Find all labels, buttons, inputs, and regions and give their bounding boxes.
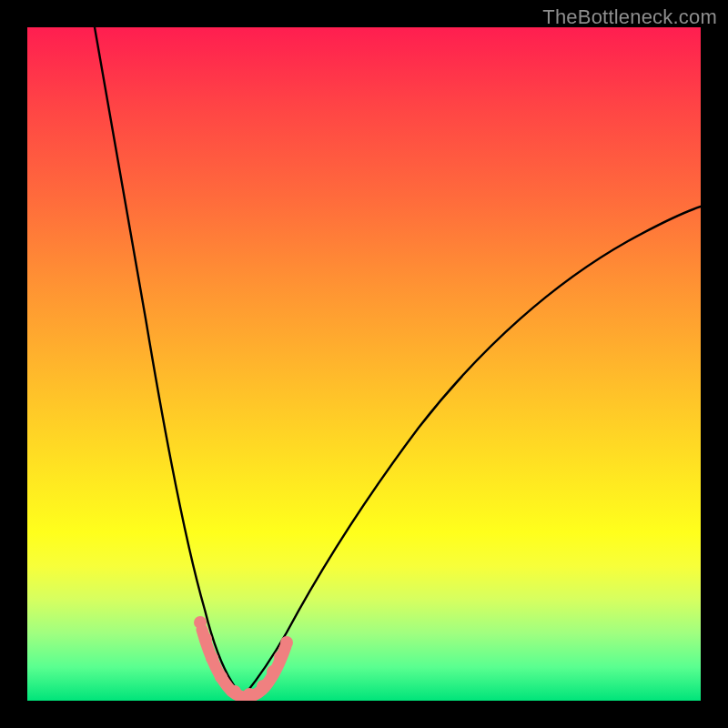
bead-dot-icon <box>215 671 228 683</box>
bead-dot-icon <box>243 688 256 701</box>
bottleneck-curve-left <box>95 27 243 697</box>
watermark-text: TheBottleneck.com <box>542 5 717 29</box>
bead-dot-icon <box>194 616 207 629</box>
bead-dot-icon <box>206 652 218 664</box>
chart-frame: TheBottleneck.com <box>0 0 728 728</box>
bead-dot-icon <box>257 680 269 693</box>
bead-dot-icon <box>280 636 293 649</box>
bead-dot-icon <box>228 685 241 698</box>
curves-svg <box>27 27 701 701</box>
plot-area <box>27 27 701 701</box>
bead-dot-icon <box>267 665 279 678</box>
bead-dot-icon <box>274 651 287 663</box>
bead-dot-icon <box>199 632 212 645</box>
bottleneck-curve-right <box>243 207 701 697</box>
